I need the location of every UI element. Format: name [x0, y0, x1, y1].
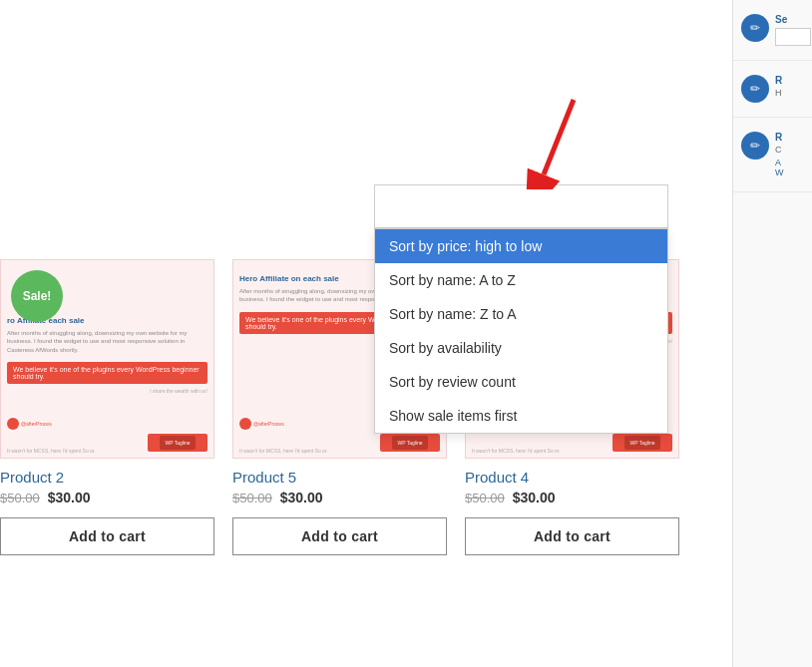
add-to-cart-btn-product-5[interactable]: Add to cart: [232, 517, 447, 555]
sort-dropdown: Sort by price: high to lowSort by name: …: [374, 228, 668, 434]
main-content: Sort by price: high to lowSort by name: …: [0, 0, 738, 667]
sale-price-product-5: $30.00: [280, 490, 323, 505]
product-info-product-2: Product 2$50.00$30.00Add to cart: [0, 459, 214, 555]
sidebar-sub-1: H: [775, 88, 804, 98]
product-price-row-product-4: $50.00$30.00: [465, 490, 679, 505]
sort-option-review-count[interactable]: Sort by review count: [375, 365, 667, 399]
sort-option-name-a-z[interactable]: Sort by name: A to Z: [375, 263, 667, 297]
product-info-product-5: Product 5$50.00$30.00Add to cart: [232, 459, 447, 555]
red-arrow-icon: [514, 90, 594, 189]
product-info-product-4: Product 4$50.00$30.00Add to cart: [465, 459, 679, 555]
sidebar-sub-2: C: [775, 145, 804, 155]
edit-icon-1[interactable]: ✏: [741, 75, 769, 103]
product-name-product-5: Product 5: [232, 469, 447, 486]
sort-option-name-z-a[interactable]: Sort by name: Z to A: [375, 297, 667, 331]
edit-icon-0[interactable]: ✏: [741, 14, 769, 42]
sale-price-product-4: $30.00: [513, 490, 556, 505]
sidebar-text-block-1: RH: [775, 75, 804, 98]
svg-line-1: [544, 100, 574, 174]
product-price-row-product-2: $50.00$30.00: [0, 490, 214, 505]
sidebar-label-0: Se: [775, 14, 804, 25]
add-to-cart-btn-product-2[interactable]: Add to cart: [0, 517, 214, 555]
sort-option-availability[interactable]: Sort by availability: [375, 331, 667, 365]
sidebar-entry-1: ✏RH: [733, 61, 812, 118]
original-price-product-5: $50.00: [232, 491, 272, 505]
sidebar-text-block-2: RCA W: [775, 132, 804, 177]
product-price-row-product-5: $50.00$30.00: [232, 490, 447, 505]
sidebar-text-block-0: Se: [775, 14, 804, 46]
sort-option-sale-first[interactable]: Show sale items first: [375, 399, 667, 433]
product-name-product-4: Product 4: [465, 469, 679, 486]
edit-icon-2[interactable]: ✏: [741, 132, 769, 160]
product-name-product-2: Product 2: [0, 469, 214, 486]
sale-badge-product-2: Sale!: [11, 270, 63, 322]
sale-price-product-2: $30.00: [48, 490, 91, 505]
product-card-product-2: Sale! ro Affiliate each sale After month…: [0, 259, 214, 555]
product-image-product-2: Sale! ro Affiliate each sale After month…: [0, 259, 214, 459]
add-to-cart-btn-product-4[interactable]: Add to cart: [465, 517, 679, 555]
right-panel: ✏Se✏RH✏RCA W: [732, 0, 812, 667]
sort-option-price-high-low[interactable]: Sort by price: high to low: [375, 229, 667, 263]
original-price-product-4: $50.00: [465, 491, 505, 505]
arrow-annotation: [514, 90, 594, 193]
sidebar-label-1: R: [775, 75, 804, 86]
sidebar-label-2: R: [775, 132, 804, 143]
original-price-product-2: $50.00: [0, 491, 40, 505]
sidebar-link-2[interactable]: A W: [775, 158, 804, 177]
sidebar-search-box[interactable]: [775, 28, 811, 46]
sidebar-entry-2: ✏RCA W: [733, 118, 812, 192]
sidebar-entry-0: ✏Se: [733, 0, 812, 61]
